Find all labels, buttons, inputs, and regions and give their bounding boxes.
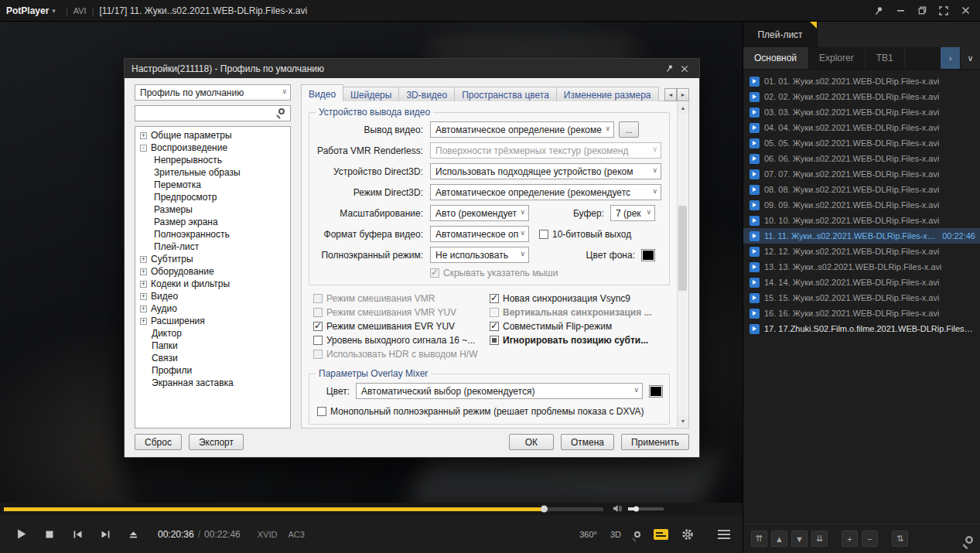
tree-item[interactable]: +Субтитры	[135, 253, 290, 265]
playlist-item[interactable]: 13. 13. Жуки..s02.2021.WEB-DLRip.Files-x…	[743, 259, 980, 275]
minimize-button[interactable]	[892, 3, 909, 19]
tree-expander[interactable]: +	[140, 281, 147, 288]
playlist-next-tab-icon[interactable]: ›	[940, 47, 960, 69]
volume-handle[interactable]	[633, 507, 639, 512]
move-down-button[interactable]: ▼	[791, 531, 808, 547]
tree-expander[interactable]: +	[140, 132, 147, 139]
tab-3d-video[interactable]: 3D-видео	[398, 87, 455, 101]
tree-item[interactable]: Полноэкранность	[135, 228, 290, 241]
playlist-item[interactable]: 08. 08. Жуки.s02.2021.WEB-DLRip.Files-x.…	[743, 182, 980, 197]
scroll-to-bottom-button[interactable]: ⇊	[811, 531, 828, 547]
tree-expander[interactable]: +	[140, 256, 147, 263]
360-mode-button[interactable]: 360°	[579, 530, 597, 539]
playlist-tab-explorer[interactable]: Explorer	[808, 47, 866, 69]
tab-color-spaces[interactable]: Пространства цвета	[454, 87, 557, 101]
checkbox-vmr-mixing[interactable]: Режим смешивания VMR	[313, 292, 490, 306]
tree-item[interactable]: Плей-лист	[135, 241, 290, 253]
next-button[interactable]	[91, 522, 119, 547]
tree-item[interactable]: +Аудио	[135, 302, 290, 315]
overlay-color-swatch[interactable]	[649, 385, 663, 398]
video-output-select[interactable]: Автоматическое определение (рекоме∨	[430, 121, 614, 138]
playlist-item[interactable]: 04. 04. Жуки.s02.2021.WEB-DLRip.Files-x.…	[743, 120, 980, 135]
fullscreen-button[interactable]	[935, 3, 952, 19]
dialog-pin-icon[interactable]	[661, 62, 677, 76]
tree-expander[interactable]: -	[140, 145, 147, 152]
tree-item[interactable]: +Видео	[135, 290, 290, 302]
playlist-item[interactable]: 10. 10. Жуки.s02.2021.WEB-DLRip.Files-x.…	[743, 213, 980, 228]
3d-mode-button[interactable]: 3D	[610, 530, 621, 539]
tree-item[interactable]: Диктор	[135, 327, 290, 340]
playlist-item[interactable]: 16. 16. Жуки.s02.2021.WEB-DLRip.Files-x.…	[743, 306, 980, 321]
more-options-button[interactable]: ...	[619, 121, 639, 138]
eject-button[interactable]	[119, 522, 147, 547]
checkbox-vmr-yuv-mixing[interactable]: Режим смешивания VMR YUV	[313, 306, 490, 319]
tree-expander[interactable]: +	[140, 293, 147, 300]
checkbox-flip-mode[interactable]: Совместимый Flip-режим	[490, 319, 671, 333]
settings-gear-button[interactable]	[681, 528, 694, 541]
tree-expander[interactable]: +	[140, 318, 147, 325]
add-item-button[interactable]: +	[842, 531, 858, 547]
dialog-close-icon[interactable]	[677, 62, 692, 76]
zoom-search-button[interactable]	[634, 531, 640, 538]
tree-item[interactable]: -Воспроизведение	[135, 142, 290, 154]
tree-item[interactable]: Экранная заставка	[135, 377, 290, 389]
play-button[interactable]	[8, 522, 36, 547]
playlist-item[interactable]: 17. 17.Zhuki.S02.Film.o.filme.2021.WEB-D…	[743, 321, 980, 336]
tree-item[interactable]: Папки	[135, 340, 290, 352]
playlist-item[interactable]: 05. 05. Жуки.s02.2021.WEB-DLRip.Files-x.…	[743, 135, 980, 151]
scroll-to-top-button[interactable]: ⇈	[751, 531, 767, 547]
tree-item[interactable]: Непрерывность	[135, 154, 290, 166]
background-color-swatch[interactable]	[641, 249, 655, 261]
volume-icon[interactable]	[613, 502, 623, 516]
tree-item[interactable]: +Кодеки и фильтры	[135, 278, 290, 290]
checkbox-exclusive-fullscreen[interactable]: Монопольный полноэкранный режим (решает …	[317, 405, 663, 418]
playlist-tab-menu-icon[interactable]: ∨	[960, 47, 980, 69]
buffer-select[interactable]: 7 (рек∨	[610, 205, 655, 221]
tab-resize[interactable]: Изменение размера	[556, 87, 659, 101]
tree-item[interactable]: Размеры	[135, 203, 290, 216]
export-button[interactable]: Экспорт	[189, 434, 244, 450]
overlay-color-select[interactable]: Автоматический выбор (рекомендуется)∨	[356, 383, 643, 399]
scroll-down-icon[interactable]: ▼	[678, 415, 688, 427]
tree-item[interactable]: Зрительные образы	[135, 166, 290, 179]
playlist-tab-tv1[interactable]: ТВ1	[866, 47, 905, 69]
checkbox-vertical-sync[interactable]: Вертикальная синхронизация ...	[490, 306, 671, 319]
checkbox-vsync9[interactable]: Новая синхронизация Vsync9	[490, 292, 671, 306]
scrollbar-thumb[interactable]	[678, 206, 687, 290]
move-up-button[interactable]: ▲	[771, 531, 787, 547]
profile-select[interactable]: Профиль по умолчанию ∨	[135, 84, 291, 101]
settings-search-input[interactable]	[135, 105, 291, 121]
checkbox-hide-cursor[interactable]: Скрывать указатель мыши	[430, 266, 558, 280]
tab-playlist[interactable]: Плей-лист	[743, 22, 817, 47]
tab-shaders[interactable]: Шейдеры	[343, 87, 399, 101]
fullscreen-mode-select[interactable]: Не использовать∨	[430, 247, 529, 263]
tabs-scroll-left-icon[interactable]: ◄	[664, 88, 677, 101]
seek-handle[interactable]	[541, 506, 548, 513]
buffer-format-select[interactable]: Автоматическое оп∨	[430, 226, 529, 242]
playlist-item[interactable]: 14. 14. Жуки.s02.2021.WEB-DLRip.Files-x.…	[743, 275, 980, 290]
app-menu-chevron-icon[interactable]: ▾	[52, 7, 56, 15]
cancel-button[interactable]: Отмена	[561, 434, 614, 450]
pin-on-top-button[interactable]	[870, 3, 887, 19]
menu-button[interactable]	[718, 530, 730, 539]
tree-item[interactable]: +Общие параметры	[135, 129, 290, 142]
close-button[interactable]	[957, 3, 974, 19]
playlist-item[interactable]: 12. 12. Жуки.s02.2021.WEB-DLRip.Files-x.…	[743, 244, 980, 259]
subtitle-panel-button[interactable]	[654, 529, 668, 540]
dialog-scrollbar[interactable]: ▲ ▼	[677, 102, 688, 427]
playlist-tab-main[interactable]: Основной	[743, 47, 808, 69]
app-menu-button[interactable]: PotPlayer	[6, 5, 49, 16]
playlist-item[interactable]: 07. 07. Жуки.s02.2021.WEB-DLRip.Files-x.…	[743, 166, 980, 182]
playlist-item[interactable]: 09. 09. Жуки.s02.2021.WEB-DLRip.Files-x.…	[743, 197, 980, 213]
volume-slider[interactable]	[628, 507, 664, 510]
tree-item[interactable]: Связи	[135, 352, 290, 364]
reset-button[interactable]: Сброс	[135, 434, 182, 450]
tree-item[interactable]: Перемотка	[135, 179, 290, 191]
tree-item[interactable]: +Расширения	[135, 315, 290, 327]
tree-item[interactable]: Предпросмотр	[135, 191, 290, 203]
playlist-item[interactable]: 15. 15. Жуки.s02.2021.WEB-DLRip.Files-x.…	[743, 290, 980, 306]
stop-button[interactable]	[36, 522, 63, 547]
tabs-scroll-right-icon[interactable]: ►	[677, 88, 689, 101]
scaling-select[interactable]: Авто (рекомендует∨	[430, 205, 529, 221]
playlist-item[interactable]: 01. 01. Жуки.s02.2021.WEB-DLRip.Files-x.…	[743, 73, 980, 89]
